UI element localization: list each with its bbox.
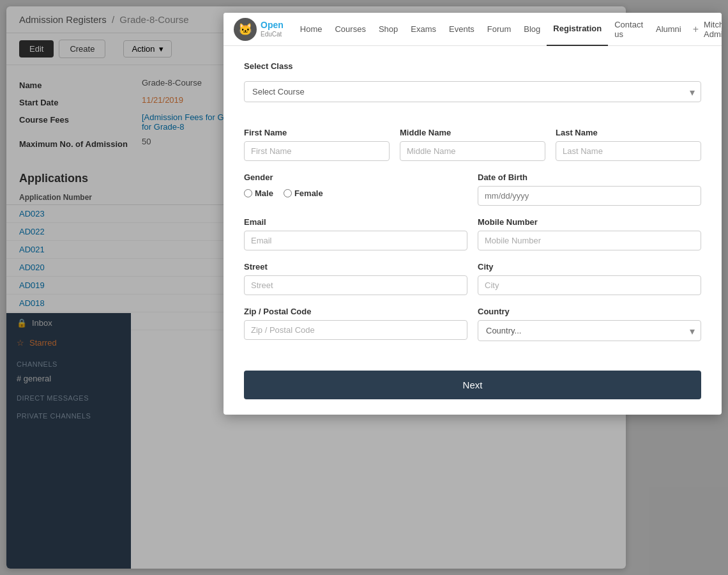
country-select[interactable]: Country... — [478, 320, 701, 341]
email-input[interactable] — [244, 231, 467, 250]
dob-input[interactable] — [478, 186, 701, 206]
first-name-group: First Name — [244, 128, 390, 161]
country-label: Country — [478, 307, 701, 316]
modal-logo: 🐱 Open EduCat — [234, 18, 284, 41]
mobile-group: Mobile Number — [478, 217, 701, 250]
city-input[interactable] — [478, 275, 701, 295]
nav-courses[interactable]: Courses — [328, 13, 372, 46]
country-group: Country Country... ▾ — [478, 307, 701, 354]
mobile-label: Mobile Number — [478, 217, 701, 227]
next-button[interactable]: Next — [244, 371, 701, 399]
nav-events[interactable]: Events — [443, 13, 481, 46]
nav-plus[interactable]: + — [688, 24, 704, 35]
nav-shop[interactable]: Shop — [372, 13, 404, 46]
middle-name-label: Middle Name — [400, 128, 545, 137]
nav-home[interactable]: Home — [294, 13, 329, 46]
mobile-input[interactable] — [478, 231, 701, 250]
middle-name-group: Middle Name — [400, 128, 545, 161]
email-mobile-row: Email Mobile Number — [244, 217, 701, 250]
city-group: City — [478, 262, 701, 295]
last-name-input[interactable] — [556, 141, 701, 161]
gender-female-radio[interactable] — [284, 189, 292, 197]
name-row: First Name Middle Name Last Name — [244, 128, 701, 161]
logo-text: Open — [261, 20, 284, 30]
gender-female-option[interactable]: Female — [284, 188, 323, 198]
nav-user-name: Mitchell Admin — [704, 20, 722, 39]
registration-modal: 🐱 Open EduCat Home Courses Shop Exams Ev… — [224, 13, 722, 415]
last-name-group: Last Name — [556, 128, 701, 161]
gender-group: Gender Male Female — [244, 172, 467, 206]
first-name-label: First Name — [244, 128, 390, 137]
first-name-input[interactable] — [244, 141, 390, 161]
gender-female-label: Female — [294, 188, 323, 198]
nav-forum[interactable]: Forum — [481, 13, 518, 46]
select-course-wrapper: Select Course ▾ — [244, 81, 701, 102]
modal-nav: 🐱 Open EduCat Home Courses Shop Exams Ev… — [224, 13, 722, 46]
street-city-row: Street City — [244, 262, 701, 295]
modal-body: Select Class Select Course ▾ First Name … — [224, 46, 722, 415]
email-group: Email — [244, 217, 467, 250]
gender-radio-row: Male Female — [244, 188, 467, 198]
select-class-label: Select Class — [244, 61, 701, 71]
nav-registration[interactable]: Registration — [547, 13, 608, 46]
select-course[interactable]: Select Course — [244, 81, 701, 102]
nav-user[interactable]: Mitchell Admin ▾ — [704, 20, 722, 39]
logo-icon: 🐱 — [234, 18, 257, 41]
gender-label: Gender — [244, 172, 467, 182]
zip-label: Zip / Postal Code — [244, 307, 467, 316]
zip-input[interactable] — [244, 320, 467, 340]
dob-group: Date of Birth — [478, 172, 701, 206]
nav-alumni[interactable]: Alumni — [649, 13, 688, 46]
middle-name-input[interactable] — [400, 141, 545, 161]
email-label: Email — [244, 217, 467, 227]
modal-overlay: 🐱 Open EduCat Home Courses Shop Exams Ev… — [0, 0, 728, 575]
last-name-label: Last Name — [556, 128, 701, 137]
zip-group: Zip / Postal Code — [244, 307, 467, 354]
city-label: City — [478, 262, 701, 272]
street-group: Street — [244, 262, 467, 295]
street-label: Street — [244, 262, 467, 272]
street-input[interactable] — [244, 275, 467, 295]
zip-country-row: Zip / Postal Code Country Country... ▾ — [244, 307, 701, 354]
gender-dob-row: Gender Male Female Date of Birth — [244, 172, 701, 206]
gender-male-radio[interactable] — [244, 189, 252, 197]
nav-blog[interactable]: Blog — [517, 13, 547, 46]
country-select-wrapper: Country... ▾ — [478, 320, 701, 341]
gender-male-label: Male — [255, 188, 273, 198]
gender-male-option[interactable]: Male — [244, 188, 273, 198]
dob-label: Date of Birth — [478, 172, 701, 182]
logo-sub: EduCat — [261, 31, 284, 38]
select-class-group: Select Class Select Course ▾ — [244, 61, 701, 115]
nav-exams[interactable]: Exams — [404, 13, 443, 46]
nav-contact[interactable]: Contact us — [608, 13, 649, 46]
logo-text-block: Open EduCat — [261, 20, 284, 37]
